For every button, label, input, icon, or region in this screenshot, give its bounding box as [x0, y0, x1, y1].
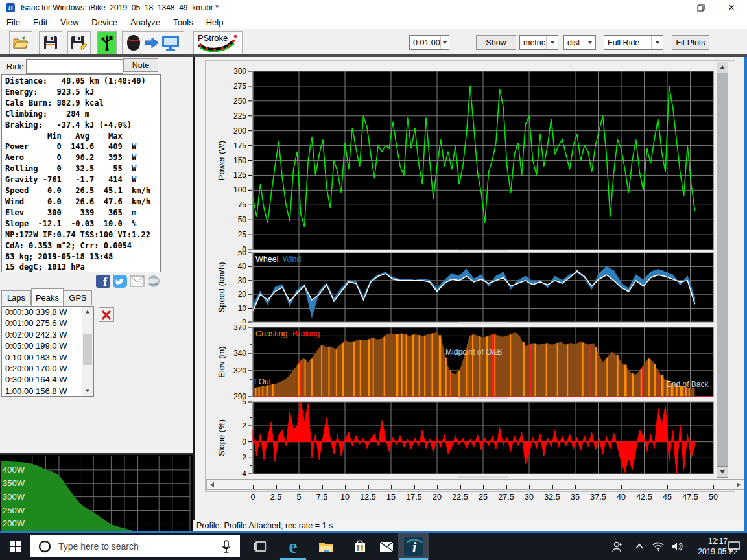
download-from-device-button[interactable]: [122, 31, 184, 54]
scrollbar-thumb[interactable]: [83, 334, 92, 365]
tab-gps[interactable]: GPS: [64, 290, 92, 305]
mail-button[interactable]: [374, 533, 399, 560]
edge-icon: e: [289, 536, 298, 557]
save-as-button[interactable]: [67, 31, 91, 54]
plot-divider-handle[interactable]: [458, 397, 508, 399]
x-mode-select[interactable]: dist: [563, 35, 596, 50]
ride-summary-box: Distance: 48.05 km (1:48:40)Energy: 923.…: [1, 74, 161, 272]
elev-chart[interactable]: 290320340370Elev (m)CoastingBrakingf Out…: [200, 325, 718, 399]
note-button[interactable]: Note: [123, 58, 158, 72]
edge-button[interactable]: e: [280, 533, 306, 560]
menu-item-help[interactable]: Help: [200, 16, 230, 29]
store-button[interactable]: [346, 533, 374, 560]
peaks-scrollbar[interactable]: [82, 307, 93, 396]
plot-divider-handle[interactable]: [458, 476, 508, 478]
close-button[interactable]: ×: [716, 0, 747, 16]
twitter-icon[interactable]: [113, 275, 128, 288]
show-button[interactable]: Show: [476, 35, 516, 50]
peaks-list-item[interactable]: 0:20:00 170.0 W: [2, 363, 93, 374]
left-panel: Ride: Note Distance: 48.05 km (1:48:40)E…: [0, 57, 193, 531]
menu-item-analyze[interactable]: Analyze: [124, 16, 167, 29]
power-chart[interactable]: 0255075100125150175200225250275300Power …: [200, 67, 718, 253]
pstroke-button[interactable]: PStroke: [193, 31, 243, 54]
scroll-down-icon[interactable]: [82, 386, 93, 396]
scroll-down-icon[interactable]: [717, 466, 728, 478]
summary-line: Wind 0.0 26.6 47.6 km/h: [5, 196, 160, 207]
x-tick-mark: [529, 485, 530, 489]
units-select[interactable]: metric: [519, 35, 558, 50]
search-placeholder: Type here to search: [58, 541, 222, 552]
svg-text:Slope (%): Slope (%): [217, 419, 226, 456]
svg-text:30: 30: [238, 276, 247, 285]
peaks-list-item[interactable]: 0:30:00 164.4 W: [2, 374, 93, 385]
svg-text:320: 320: [233, 366, 246, 375]
peaks-list-item[interactable]: 0:05:00 199.0 W: [2, 340, 93, 351]
file-explorer-button[interactable]: [313, 533, 340, 560]
svg-text:-4: -4: [239, 469, 246, 476]
x-tick-mark: [391, 485, 392, 489]
save-button[interactable]: [39, 31, 62, 54]
ride-name-input[interactable]: [26, 59, 123, 74]
scroll-up-icon[interactable]: [82, 307, 93, 317]
person-icon: [611, 541, 624, 552]
range-select[interactable]: Full Ride: [604, 35, 663, 50]
tab-laps[interactable]: Laps: [1, 290, 31, 305]
summary-line: NP:172W IF:0.74 TSS:100 VI:1.22: [5, 229, 160, 240]
peaks-list-item[interactable]: 0:00:30 339.8 W: [2, 307, 93, 318]
menu-item-tools[interactable]: Tools: [167, 16, 199, 29]
summary-line: Elev 300 339 365 m: [5, 207, 160, 218]
menu-item-view[interactable]: View: [54, 16, 85, 29]
facebook-icon[interactable]: f: [96, 275, 111, 288]
plot-divider-handle[interactable]: [458, 250, 508, 251]
fit-plots-button[interactable]: Fit Plots: [672, 35, 709, 50]
x-tick-mark: [253, 485, 254, 489]
scroll-right-icon[interactable]: [733, 480, 744, 489]
peaks-list-item[interactable]: 0:10:00 183.5 W: [2, 352, 93, 363]
svg-text:20: 20: [238, 290, 247, 299]
x-tick-mark: [276, 485, 277, 489]
x-tick-mark: [645, 485, 645, 489]
google-earth-icon[interactable]: [147, 275, 161, 288]
toolbar: PStroke 0:01:00 Show metric dist Full Ri…: [0, 29, 747, 54]
device-icon: [127, 35, 140, 51]
svg-text:290: 290: [233, 392, 246, 399]
summary-line: Aero 0 98.2 393 W: [5, 152, 160, 163]
plot-divider-handle[interactable]: [458, 322, 508, 324]
taskbar-search-input[interactable]: Type here to search: [30, 535, 240, 557]
speed-chart[interactable]: 01020304050Speed (km/h)WheelWind: [200, 251, 718, 323]
x-tick-mark: [414, 485, 415, 489]
peaks-list-item[interactable]: 0:01:00 275.6 W: [2, 318, 93, 329]
action-center-button[interactable]: [721, 533, 747, 560]
svg-text:50: 50: [238, 215, 247, 224]
wifi-button[interactable]: [648, 533, 668, 560]
pstroke-label-svg: PStroke: [198, 33, 228, 43]
email-icon[interactable]: [130, 275, 145, 288]
vertical-scrollbar[interactable]: [717, 62, 728, 478]
summary-line: Slope -12.1 -0.03 10.0 %: [5, 218, 160, 229]
svg-text:200: 200: [233, 126, 246, 135]
summary-line: 15 degC; 1013 hPa: [5, 262, 160, 272]
menu-item-device[interactable]: Device: [85, 16, 124, 29]
scroll-up-icon[interactable]: [717, 62, 728, 73]
menu-item-file[interactable]: File: [0, 16, 27, 29]
delete-peak-button[interactable]: [99, 307, 114, 322]
peaks-list-item[interactable]: 1:00:00 156.8 W: [2, 386, 93, 397]
people-button[interactable]: [607, 533, 629, 560]
isaac-app-button[interactable]: i: [399, 533, 428, 560]
tray-expand-button[interactable]: [630, 533, 648, 560]
restore-button[interactable]: [686, 0, 716, 16]
peaks-list-item[interactable]: 0:02:00 242.3 W: [2, 329, 93, 340]
svg-text:0: 0: [242, 318, 246, 323]
open-file-button[interactable]: [9, 31, 32, 54]
time-window-select[interactable]: 0:01:00: [409, 35, 449, 50]
slope-chart[interactable]: 520-2-4Slope (%): [200, 399, 718, 476]
folder-icon: [318, 540, 334, 553]
minimize-button[interactable]: [656, 0, 686, 16]
task-view-button[interactable]: [246, 533, 275, 560]
svg-text:Speed (km/h): Speed (km/h): [217, 262, 226, 312]
start-button[interactable]: [0, 533, 30, 560]
menu-item-edit[interactable]: Edit: [27, 16, 54, 29]
usb-connect-button[interactable]: [97, 31, 117, 54]
svg-text:225: 225: [233, 111, 246, 121]
tab-peaks[interactable]: Peaks: [31, 288, 64, 306]
